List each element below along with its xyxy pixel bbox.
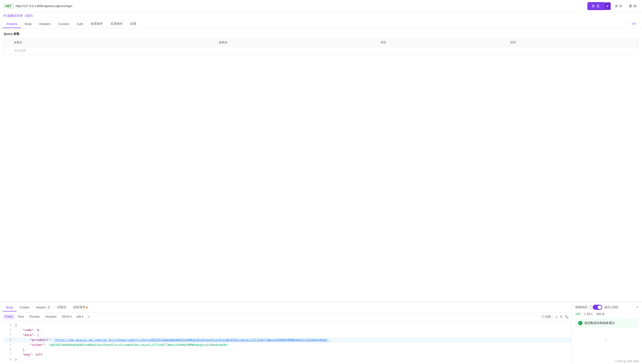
search-icon[interactable]: 🔍 — [564, 315, 568, 318]
format-bar: Pretty Raw Preview Visualize JSON ▾ utf8… — [0, 313, 571, 321]
validation-header: 校验响应 ? 成功 (200) ▾ — [575, 305, 638, 310]
save-button[interactable]: 保 存 — [612, 2, 625, 10]
metric-status-code: 200 — [575, 312, 580, 316]
json-line-8: 8 } — [4, 357, 571, 362]
send-button[interactable]: 发 送 — [587, 2, 604, 10]
json-qrcode-line: "qrcodeUrl": "https://mp.weixin.qq.com/c… — [15, 338, 571, 342]
page-footer: CSDN @ 左尊 | 接亲 — [612, 358, 642, 364]
resp-tab-body[interactable]: Body — [3, 303, 16, 312]
validation-panel: 校验响应 ? 成功 (200) ▾ 200 1.59 s 300 B ✓ 返回数… — [571, 302, 642, 364]
line-num-8: 8 — [4, 357, 11, 362]
line-num-7: 7 — [4, 352, 11, 357]
tab-body[interactable]: Body — [21, 20, 36, 28]
format-type-select[interactable]: JSON ▾ — [60, 314, 74, 319]
fmt-pretty[interactable]: Pretty — [3, 314, 15, 319]
line-num-6: 6 — [4, 348, 11, 352]
tab-settings[interactable]: 设置 — [126, 19, 140, 28]
line-num-3: 3 — [4, 333, 11, 337]
json-close-data: }, — [15, 348, 571, 352]
params-add-row[interactable]: 添加参数 — [4, 46, 638, 55]
json-content: 1 { 2 "code": 0, 3 "data": { 4 — [0, 321, 571, 364]
json-line-2: 2 "code": 0, — [4, 328, 571, 333]
params-col-name: 参数名 — [11, 38, 216, 46]
validation-label: 校验响应 ? — [575, 305, 593, 310]
top-bar: GET 发 送 ▾ 保 存 删 除 — [0, 0, 642, 12]
resp-tab-actual[interactable]: 实际请求 — [70, 303, 91, 312]
tab-auth[interactable]: Auth — [73, 20, 87, 28]
send-button-group: 发 送 ▾ — [587, 2, 611, 10]
json-msg-line: "msg": null — [15, 352, 571, 357]
extract-icon[interactable]: ▤ 提取 — [540, 314, 553, 320]
tab-params[interactable]: Params — [3, 20, 21, 28]
validation-toggle[interactable] — [593, 305, 602, 310]
json-line-5: 5 "ticket": "gQE58TwAAAAAAAAAAS5odHRwOi8… — [4, 342, 571, 348]
params-col-type: 类型 — [378, 38, 507, 46]
fmt-preview[interactable]: Preview — [27, 314, 42, 319]
response-left: Body Cookie Header7 控制台 实际请求 Pretty Raw … — [0, 302, 571, 364]
subtitle: PC端微信登录（成功） — [0, 12, 642, 19]
fmt-visualize[interactable]: Visualize — [43, 314, 59, 319]
tab-pre-op[interactable]: 前置操作 — [87, 19, 107, 28]
tab-post-op[interactable]: 后置操作 — [107, 19, 126, 28]
copy-icon[interactable]: ⎘ — [560, 315, 562, 318]
json-line-3: 3 "data": { — [4, 333, 571, 338]
validation-pass: ✓ 返回数据结构校验通过 — [575, 318, 638, 328]
json-line-7: 7 "msg": null — [4, 352, 571, 357]
json-line-6: 6 }, — [4, 348, 571, 352]
validation-pass-text: 返回数据结构校验通过 — [584, 321, 615, 325]
query-section: Query 参数 参数名 参数值 类型 说明 添加参数 — [0, 28, 642, 55]
metric-size: 300 B — [596, 312, 604, 316]
code-view-icon[interactable]: </> — [629, 20, 639, 28]
fmt-raw[interactable]: Raw — [16, 314, 26, 319]
query-title: Query 参数 — [4, 32, 638, 36]
params-add-placeholder[interactable]: 添加参数 — [11, 46, 216, 55]
json-data-line: "data": { — [15, 333, 571, 338]
tab-cookies[interactable]: Cookies — [55, 20, 73, 28]
tab-headers[interactable]: Headers — [35, 20, 54, 28]
json-line-1: 1 { — [4, 323, 571, 328]
resp-tab-console[interactable]: 控制台 — [54, 303, 70, 312]
line-num-2: 2 — [4, 328, 11, 332]
download-icon[interactable]: ⤓ — [555, 315, 558, 318]
metric-time: 1.59 s — [584, 312, 592, 316]
bottom-split: Body Cookie Header7 控制台 实际请求 Pretty Raw … — [0, 302, 642, 364]
params-col-value: 参数值 — [216, 38, 378, 46]
params-col-check — [4, 38, 11, 46]
url-input[interactable] — [16, 4, 586, 8]
line-num-1: 1 — [4, 323, 11, 328]
resp-tab-header[interactable]: Header7 — [32, 303, 54, 312]
json-code-line: "code": 0, — [15, 328, 571, 333]
format-actions: ▤ 提取 ⤓ ⎘ 🔍 — [540, 314, 568, 320]
status-metrics: 200 1.59 s 300 B — [575, 312, 638, 316]
delete-button[interactable]: 删 除 — [627, 2, 639, 10]
chevron-down-icon: ▾ — [70, 315, 72, 318]
filter-icon-btn[interactable]: ≡ — [86, 314, 92, 319]
resp-tab-cookie[interactable]: Cookie — [16, 303, 32, 312]
filter-icon: ≡ — [88, 315, 90, 318]
bottom-panel: Body Cookie Header7 控制台 实际请求 Pretty Raw … — [0, 302, 642, 364]
json-ticket-line: "ticket": "gQE58TwAAAAAAAAAAS5odHRwOi8vd… — [15, 342, 571, 348]
json-line-4: 4 "qrcodeUrl": "https://mp.weixin.qq.com… — [4, 338, 571, 342]
response-tabs: Body Cookie Header7 控制台 实际请求 — [0, 302, 571, 313]
json-brace-close: } — [15, 357, 571, 362]
validation-status: 成功 (200) — [604, 305, 618, 310]
request-tabs: Params Body Headers Cookies Auth 前置操作 后置… — [0, 19, 642, 28]
chevron-down-icon: ▾ — [82, 315, 83, 318]
check-icon: ✓ — [578, 321, 582, 325]
collapse-arrow-icon[interactable]: ▾ — [636, 305, 638, 309]
send-dropdown-arrow[interactable]: ▾ — [604, 2, 611, 10]
params-col-desc: 说明 — [507, 38, 638, 46]
line-num-4: 4 — [4, 338, 11, 342]
help-icon[interactable]: ? — [589, 305, 593, 309]
json-brace-open: { — [15, 323, 571, 328]
line-num-5: 5 — [4, 342, 11, 347]
params-table: 参数名 参数值 类型 说明 添加参数 — [4, 38, 638, 55]
method-badge: GET — [3, 3, 14, 9]
encoding-select[interactable]: utf8 ▾ — [74, 314, 85, 319]
